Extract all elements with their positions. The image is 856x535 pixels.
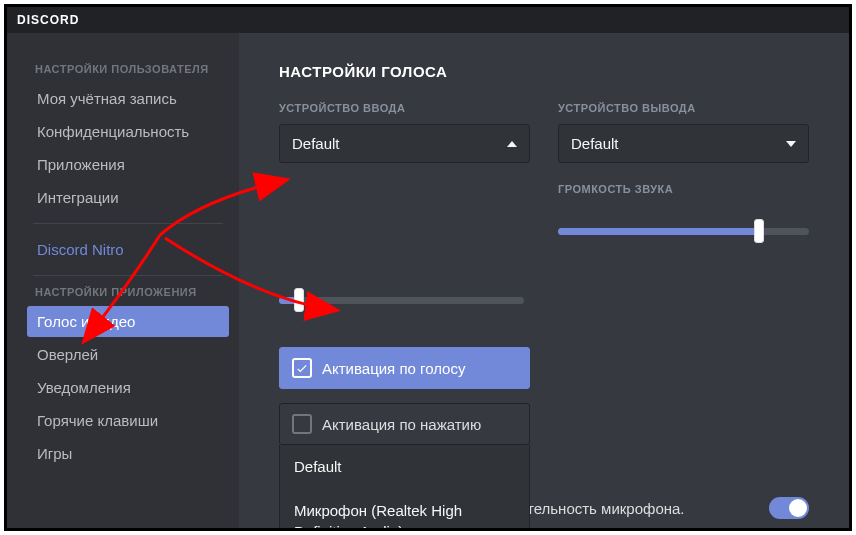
- sidebar-item-notifications[interactable]: Уведомления: [27, 372, 229, 403]
- output-volume-slider[interactable]: [558, 219, 809, 245]
- main-panel: НАСТРОЙКИ ГОЛОСА УСТРОЙСТВО ВВОДА Defaul…: [239, 33, 849, 528]
- output-volume-label: ГРОМКОСТЬ ЗВУКА: [558, 183, 809, 195]
- toggle-knob: [789, 499, 807, 517]
- push-to-talk-row[interactable]: Активация по нажатию: [279, 403, 530, 445]
- input-device-dropdown: Default Микрофон (Realtek High Definitio…: [279, 445, 530, 528]
- output-device-select[interactable]: Default: [558, 124, 809, 163]
- caret-down-icon: [786, 141, 796, 147]
- sidebar-item-overlay[interactable]: Оверлей: [27, 339, 229, 370]
- sidebar-item-integrations[interactable]: Интеграции: [27, 182, 229, 213]
- input-device-label: УСТРОЙСТВО ВВОДА: [279, 102, 530, 114]
- sidebar-item-privacy[interactable]: Конфиденциальность: [27, 116, 229, 147]
- titlebar: DISCORD: [7, 7, 849, 33]
- sidebar: НАСТРОЙКИ ПОЛЬЗОВАТЕЛЯ Моя учётная запис…: [7, 33, 239, 528]
- sensitivity-auto-toggle[interactable]: [769, 497, 809, 519]
- output-device-value: Default: [571, 135, 619, 152]
- sidebar-header-user: НАСТРОЙКИ ПОЛЬЗОВАТЕЛЯ: [35, 63, 229, 75]
- checkbox-checked-icon: [292, 358, 312, 378]
- output-device-label: УСТРОЙСТВО ВЫВОДА: [558, 102, 809, 114]
- dropdown-option-microphone[interactable]: Микрофон (Realtek High Definition Audio): [280, 489, 529, 528]
- voice-activation-label: Активация по голосу: [322, 360, 465, 377]
- input-device-select[interactable]: Default: [279, 124, 530, 163]
- sidebar-item-apps[interactable]: Приложения: [27, 149, 229, 180]
- input-device-value: Default: [292, 135, 340, 152]
- slider-thumb[interactable]: [294, 288, 304, 312]
- dropdown-option-default[interactable]: Default: [280, 445, 529, 489]
- sidebar-item-hotkeys[interactable]: Горячие клавиши: [27, 405, 229, 436]
- sidebar-header-app: НАСТРОЙКИ ПРИЛОЖЕНИЯ: [35, 286, 229, 298]
- checkbox-unchecked-icon: [292, 414, 312, 434]
- voice-activation-row[interactable]: Активация по голосу: [279, 347, 530, 389]
- sidebar-item-nitro[interactable]: Discord Nitro: [27, 234, 229, 265]
- page-title: НАСТРОЙКИ ГОЛОСА: [279, 63, 809, 80]
- caret-up-icon: [507, 141, 517, 147]
- push-to-talk-label: Активация по нажатию: [322, 416, 481, 433]
- sidebar-item-account[interactable]: Моя учётная запись: [27, 83, 229, 114]
- input-volume-slider[interactable]: [279, 288, 524, 314]
- sidebar-item-games[interactable]: Игры: [27, 438, 229, 469]
- sidebar-item-voice-video[interactable]: Голос и видео: [27, 306, 229, 337]
- slider-thumb[interactable]: [754, 219, 764, 243]
